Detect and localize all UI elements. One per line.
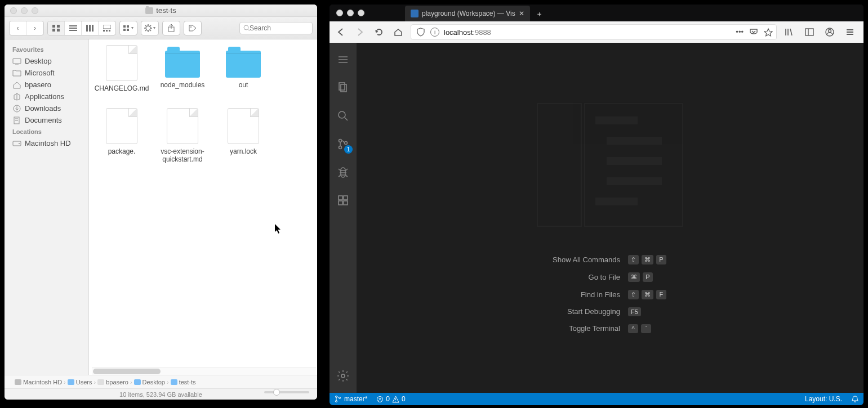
browser-reload-button[interactable] xyxy=(372,25,386,39)
sidebar-item-documents[interactable]: Documents xyxy=(5,114,88,126)
page-actions-icon[interactable]: ••• xyxy=(736,28,744,37)
shortcut-row: Show All Commands⇧⌘P xyxy=(553,255,667,264)
view-icons-button[interactable] xyxy=(48,21,65,35)
svg-line-23 xyxy=(145,25,146,26)
shortcut-row: Toggle Terminal^` xyxy=(553,324,667,333)
activity-settings[interactable] xyxy=(330,362,357,389)
status-git-branch[interactable]: master* xyxy=(330,393,372,405)
svg-rect-16 xyxy=(123,29,126,31)
finder-toolbar: ‹ › xyxy=(5,17,317,39)
browser-tab[interactable]: playground (Workspace) — Vis ✕ xyxy=(405,6,530,21)
svg-point-41 xyxy=(19,143,20,144)
status-problems[interactable]: 0 0 xyxy=(372,393,409,405)
icon-size-slider[interactable] xyxy=(264,391,309,393)
activity-extensions[interactable] xyxy=(330,187,357,214)
path-crumb[interactable]: bpasero xyxy=(97,379,128,385)
status-keyboard-layout[interactable]: Layout: U.S. xyxy=(800,393,847,405)
sidebar-item-downloads[interactable]: Downloads xyxy=(5,102,88,114)
file-label: out xyxy=(239,81,248,89)
finder-search-field[interactable] xyxy=(239,22,313,34)
folder-node-modules[interactable]: node_modules xyxy=(152,45,213,108)
sidebar-item-home[interactable]: bpasero xyxy=(5,79,88,91)
window-close-button[interactable] xyxy=(10,7,17,14)
browser-menu-button[interactable] xyxy=(843,25,857,39)
browser-forward-button[interactable] xyxy=(353,25,367,39)
svg-rect-63 xyxy=(339,201,342,205)
path-crumb[interactable]: Desktop xyxy=(134,379,165,385)
window-zoom-button[interactable] xyxy=(32,7,38,14)
applications-icon xyxy=(12,93,21,101)
forward-button[interactable]: › xyxy=(26,21,43,35)
finder-file-area[interactable]: CHANGELOG.md node_modules out package. v… xyxy=(89,39,317,375)
arrange-menu[interactable] xyxy=(120,21,137,35)
account-icon[interactable] xyxy=(823,25,836,39)
path-crumb[interactable]: Macintosh HD xyxy=(15,379,62,385)
git-branch-icon xyxy=(334,395,342,403)
file-yarn-lock[interactable]: yarn.lock xyxy=(213,108,274,171)
file-quickstart[interactable]: vsc-extension-quickstart.md xyxy=(152,108,213,171)
activity-search[interactable] xyxy=(330,102,357,129)
finder-titlebar: test-ts xyxy=(5,5,317,17)
share-button[interactable] xyxy=(163,21,180,35)
url-text: localhost:9888 xyxy=(444,28,491,37)
activity-debug[interactable] xyxy=(330,159,357,186)
search-input[interactable] xyxy=(250,24,309,32)
new-tab-button[interactable]: ＋ xyxy=(532,7,547,21)
sidebar-toggle-icon[interactable] xyxy=(803,25,816,39)
window-minimize-button[interactable] xyxy=(21,7,28,14)
home-icon xyxy=(97,379,104,385)
file-changelog[interactable]: CHANGELOG.md xyxy=(91,45,152,108)
browser-back-button[interactable] xyxy=(334,25,348,39)
folder-icon xyxy=(12,69,21,77)
warning-icon xyxy=(392,396,399,403)
bookmark-star-icon[interactable] xyxy=(764,28,773,37)
tags-button[interactable] xyxy=(184,21,201,35)
view-list-button[interactable] xyxy=(65,21,82,35)
slider-knob[interactable] xyxy=(273,389,280,396)
tab-close-button[interactable]: ✕ xyxy=(519,10,524,17)
file-icon xyxy=(228,108,259,144)
view-columns-button[interactable] xyxy=(82,21,99,35)
svg-rect-13 xyxy=(109,30,110,32)
browser-home-button[interactable] xyxy=(391,25,405,39)
library-icon[interactable] xyxy=(782,25,796,39)
folder-icon xyxy=(145,7,153,14)
sidebar-item-label: Downloads xyxy=(25,104,61,113)
sidebar-item-microsoft[interactable]: Microsoft xyxy=(5,67,88,79)
activity-scm[interactable]: 1 xyxy=(330,131,357,158)
activity-menu-button[interactable] xyxy=(330,46,357,73)
file-package[interactable]: package. xyxy=(91,108,152,171)
horizontal-scrollbar[interactable] xyxy=(92,367,316,375)
svg-point-29 xyxy=(190,26,192,28)
folder-out[interactable]: out xyxy=(213,45,274,108)
action-menu[interactable] xyxy=(141,21,158,35)
path-crumb[interactable]: Users xyxy=(68,379,92,385)
disk-icon xyxy=(15,379,21,385)
window-minimize-button[interactable] xyxy=(347,10,354,16)
sidebar-item-macintosh-hd[interactable]: Macintosh HD xyxy=(5,137,88,149)
shortcut-row: Start DebuggingF5 xyxy=(553,307,667,316)
tracking-protection-icon[interactable] xyxy=(416,27,426,37)
disk-icon xyxy=(12,140,21,147)
sidebar-item-applications[interactable]: Applications xyxy=(5,91,88,102)
back-button[interactable]: ‹ xyxy=(10,21,26,35)
svg-rect-64 xyxy=(344,201,348,205)
view-gallery-button[interactable] xyxy=(99,21,115,35)
finder-window: test-ts ‹ › xyxy=(5,5,317,400)
svg-point-18 xyxy=(146,26,150,30)
sidebar-item-desktop[interactable]: Desktop xyxy=(5,55,88,67)
svg-rect-65 xyxy=(344,196,348,200)
window-zoom-button[interactable] xyxy=(358,10,364,16)
sidebar-item-label: Applications xyxy=(25,92,64,101)
path-crumb[interactable]: test-ts xyxy=(171,379,196,385)
site-info-icon[interactable]: i xyxy=(430,28,439,37)
window-close-button[interactable] xyxy=(336,10,343,16)
status-notifications[interactable] xyxy=(847,393,863,405)
activity-explorer[interactable] xyxy=(330,74,357,101)
bell-icon xyxy=(851,395,859,403)
scrollbar-thumb[interactable] xyxy=(93,369,161,374)
editor-empty-state: Show All Commands⇧⌘P Go to File⌘P Find i… xyxy=(357,43,863,393)
reader-pocket-icon[interactable] xyxy=(749,28,758,37)
error-icon xyxy=(376,396,384,403)
address-bar[interactable]: i localhost:9888 ••• xyxy=(411,24,777,40)
